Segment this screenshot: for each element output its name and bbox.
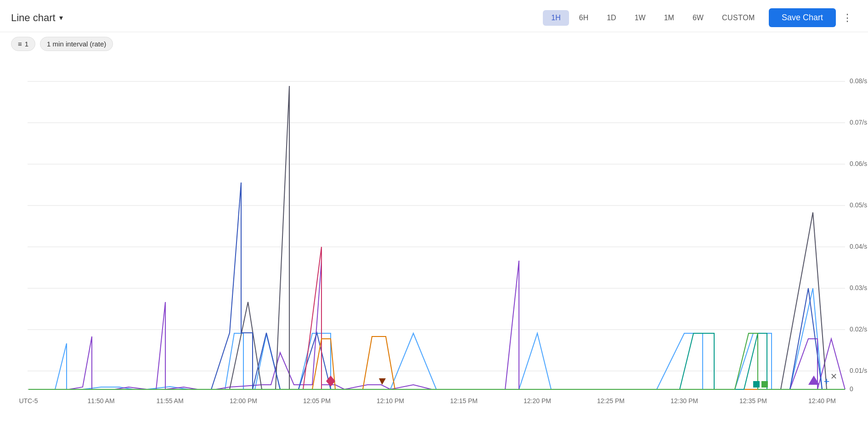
dropdown-arrow-icon: ▾ bbox=[59, 13, 63, 22]
y-label-0.04: 0.04/s bbox=[850, 243, 867, 250]
x-label-1215: 12:15 PM bbox=[450, 397, 478, 405]
chart-title-text: Line chart bbox=[11, 12, 56, 24]
x-label-1205: 12:05 PM bbox=[303, 397, 331, 405]
y-label-0.02: 0.02/s bbox=[850, 325, 867, 333]
marker-plus: + bbox=[824, 376, 830, 387]
marker-x: ✕ bbox=[830, 372, 837, 381]
x-label-1210: 12:10 PM bbox=[377, 397, 404, 405]
x-label-1240: 12:40 PM bbox=[808, 397, 836, 405]
x-label-1200: 12:00 PM bbox=[230, 397, 257, 405]
line-blue bbox=[28, 288, 845, 389]
y-label-0.03: 0.03/s bbox=[850, 284, 867, 291]
x-label-1225: 12:25 PM bbox=[597, 397, 625, 405]
filter-pill[interactable]: ≡ 1 bbox=[11, 37, 35, 51]
marker-square-teal bbox=[753, 381, 760, 388]
chart-area: 0.08/s 0.07/s 0.06/s 0.05/s 0.04/s 0.03/… bbox=[0, 54, 868, 412]
marker-square-green bbox=[761, 381, 768, 388]
y-label-0.05: 0.05/s bbox=[850, 201, 867, 209]
y-label-0: 0 bbox=[850, 385, 853, 393]
time-btn-custom[interactable]: CUSTOM bbox=[714, 10, 763, 26]
sub-header: ≡ 1 1 min interval (rate) bbox=[0, 32, 868, 54]
time-btn-6h[interactable]: 6H bbox=[571, 10, 597, 26]
x-label-1220: 12:20 PM bbox=[524, 397, 551, 405]
y-label-0.01: 0.01/s bbox=[850, 367, 867, 374]
filter-icon: ≡ bbox=[18, 40, 22, 48]
line-orange bbox=[28, 336, 845, 389]
save-chart-button[interactable]: Save Chart bbox=[769, 8, 836, 27]
time-btn-1m[interactable]: 1M bbox=[656, 10, 682, 26]
line-purple bbox=[28, 261, 845, 389]
filter-count: 1 bbox=[25, 40, 28, 48]
more-options-button[interactable]: ⋮ bbox=[838, 10, 857, 26]
x-label-1235: 12:35 PM bbox=[739, 397, 767, 405]
x-label-1150: 11:50 AM bbox=[87, 397, 114, 405]
line-green bbox=[28, 333, 845, 389]
x-label-1230: 12:30 PM bbox=[671, 397, 698, 405]
interval-pill[interactable]: 1 min interval (rate) bbox=[40, 37, 113, 51]
header: Line chart ▾ 1H 6H 1D 1W 1M 6W CUSTOM Sa… bbox=[0, 0, 868, 32]
y-label-0.07: 0.07/s bbox=[850, 119, 867, 126]
time-btn-6w[interactable]: 6W bbox=[684, 10, 712, 26]
x-label-utc5: UTC-5 bbox=[19, 397, 38, 405]
marker-triangle-down bbox=[379, 378, 386, 385]
x-label-1155: 11:55 AM bbox=[156, 397, 183, 405]
time-controls: 1H 6H 1D 1W 1M 6W CUSTOM Save Chart ⋮ bbox=[543, 8, 857, 27]
chart-title[interactable]: Line chart ▾ bbox=[11, 12, 63, 24]
y-label-0.08: 0.08/s bbox=[850, 77, 867, 85]
time-btn-1w[interactable]: 1W bbox=[626, 10, 654, 26]
time-btn-1d[interactable]: 1D bbox=[598, 10, 624, 26]
y-label-0.06: 0.06/s bbox=[850, 160, 867, 167]
line-indigo bbox=[28, 182, 845, 389]
line-pink bbox=[28, 247, 845, 389]
line-teal bbox=[28, 333, 845, 389]
line-chart-svg: 0.08/s 0.07/s 0.06/s 0.05/s 0.04/s 0.03/… bbox=[0, 54, 868, 412]
line-darkgray bbox=[28, 86, 845, 389]
time-btn-1h[interactable]: 1H bbox=[543, 10, 569, 26]
interval-label: 1 min interval (rate) bbox=[47, 40, 106, 48]
